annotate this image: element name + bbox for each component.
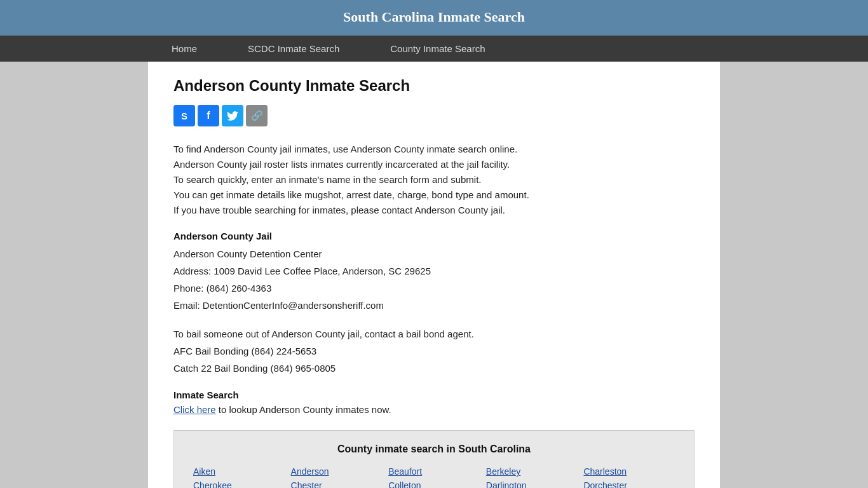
desc-line-1: To find Anderson County jail inmates, us…: [173, 142, 695, 157]
bail-agent-2: Catch 22 Bail Bonding (864) 965-0805: [173, 360, 695, 377]
inmate-search-suffix: to lookup Anderson County inmates now.: [216, 404, 391, 415]
bail-agent-1: AFC Bail Bonding (864) 224-5653: [173, 342, 695, 360]
desc-line-4: You can get inmate details like mugshot,…: [173, 187, 695, 203]
nav-home[interactable]: Home: [146, 36, 222, 62]
bail-info: To bail someone out of Anderson County j…: [173, 325, 695, 377]
inmate-search-heading: Inmate Search: [173, 390, 695, 400]
site-title: South Carolina Inmate Search: [0, 9, 868, 25]
county-link[interactable]: Charleston: [583, 466, 675, 477]
facebook-button[interactable]: f: [198, 105, 219, 126]
copy-link-button[interactable]: 🔗: [246, 105, 268, 126]
main-content: Anderson County Inmate Search S f 🔗 To f…: [148, 62, 720, 488]
share-button[interactable]: S: [173, 105, 195, 126]
county-link[interactable]: Colleton: [388, 480, 480, 488]
inmate-search-section: Click here to lookup Anderson County inm…: [173, 404, 695, 415]
nav-scdc[interactable]: SCDC Inmate Search: [222, 36, 365, 62]
county-link[interactable]: Berkeley: [486, 466, 578, 477]
desc-line-2: Anderson County jail roster lists inmate…: [173, 157, 695, 172]
county-grid: AikenAndersonBeaufortBerkeleyCharlestonC…: [193, 466, 675, 488]
county-link[interactable]: Aiken: [193, 466, 285, 477]
jail-address: Address: 1009 David Lee Coffee Place, An…: [173, 262, 695, 280]
jail-name: Anderson County Detention Center: [173, 245, 695, 262]
county-box-title: County inmate search in South Carolina: [193, 444, 675, 455]
county-link[interactable]: Beaufort: [388, 466, 480, 477]
county-link[interactable]: Cherokee: [193, 480, 285, 488]
jail-info: Anderson County Detention Center Address…: [173, 245, 695, 314]
county-link[interactable]: Chester: [291, 480, 383, 488]
twitter-button[interactable]: [222, 105, 243, 126]
page-wrapper: Anderson County Inmate Search S f 🔗 To f…: [0, 62, 868, 488]
share-buttons: S f 🔗: [173, 105, 695, 126]
county-box: County inmate search in South Carolina A…: [173, 430, 695, 488]
nav-county[interactable]: County Inmate Search: [365, 36, 510, 62]
page-title: Anderson County Inmate Search: [173, 77, 695, 95]
bail-intro: To bail someone out of Anderson County j…: [173, 325, 695, 342]
description-block: To find Anderson County jail inmates, us…: [173, 142, 695, 218]
click-here-link[interactable]: Click here: [173, 404, 216, 415]
main-navbar: Home SCDC Inmate Search County Inmate Se…: [0, 36, 868, 62]
county-link[interactable]: Anderson: [291, 466, 383, 477]
desc-line-3: To search quickly, enter an inmate's nam…: [173, 172, 695, 187]
jail-heading: Anderson County Jail: [173, 231, 695, 241]
jail-phone: Phone: (864) 260-4363: [173, 280, 695, 297]
county-link[interactable]: Dorchester: [583, 480, 675, 488]
county-link[interactable]: Darlington: [486, 480, 578, 488]
site-header: South Carolina Inmate Search: [0, 0, 868, 36]
jail-email: Email: DetentionCenterInfo@andersonsheri…: [173, 297, 695, 314]
desc-line-5: If you have trouble searching for inmate…: [173, 203, 695, 218]
